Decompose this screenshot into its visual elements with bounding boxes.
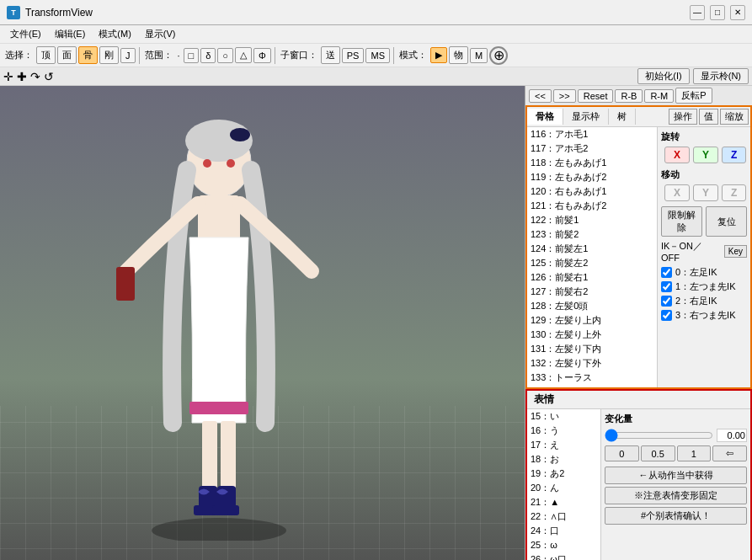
close-button[interactable]: ✕	[730, 5, 745, 20]
ops-tab[interactable]: 操作	[669, 109, 697, 125]
expr-slider[interactable]	[605, 432, 713, 439]
expr-item[interactable]: 26：ω口	[527, 552, 600, 560]
expr-item[interactable]: 17：え	[527, 438, 600, 452]
expr-item[interactable]: 19：あ2	[527, 467, 600, 481]
minimize-button[interactable]: —	[690, 5, 705, 20]
bone-item[interactable]: 117：アホ毛2	[527, 141, 657, 156]
rotate-y-btn[interactable]: Y	[693, 147, 718, 163]
btn-face[interactable]: 面	[57, 46, 77, 64]
expr-slider-value[interactable]	[717, 429, 747, 442]
ik-check-3[interactable]	[661, 310, 672, 321]
bone-tab-tree[interactable]: 树	[609, 109, 636, 125]
expr-item[interactable]: 20：ん	[527, 481, 600, 495]
btn-triangle[interactable]: △	[235, 47, 252, 63]
expr-item[interactable]: 18：お	[527, 452, 600, 467]
menu-file[interactable]: 文件(E)	[3, 26, 48, 42]
move-x-btn[interactable]: X	[664, 184, 690, 201]
val-0-btn[interactable]: 0	[605, 445, 639, 461]
expr-item[interactable]: 22：∧口	[527, 509, 600, 524]
bone-item[interactable]: 127：前髪右2	[527, 285, 657, 299]
get-from-action-btn[interactable]: ←从动作当中获得	[605, 467, 747, 484]
nav-reset[interactable]: Reset	[578, 89, 614, 103]
bone-item[interactable]: 119：左もみあげ2	[527, 170, 657, 184]
limit-off-btn[interactable]: 限制解除	[661, 206, 702, 237]
confirm-expr-btn[interactable]: #个别表情确认！	[605, 507, 747, 525]
bone-item[interactable]: 124：前髪左1	[527, 242, 657, 256]
btn-phi[interactable]: Φ	[253, 48, 271, 63]
bone-item[interactable]: 116：アホ毛1	[527, 127, 657, 141]
init-btn[interactable]: 初始化(I)	[637, 68, 689, 84]
rotate-z-btn[interactable]: Z	[722, 147, 746, 163]
bone-list[interactable]: 116：アホ毛1117：アホ毛2118：左もみあげ1119：左もみあげ2120：…	[527, 127, 658, 387]
crosshair-btn[interactable]: ⊕	[489, 46, 508, 65]
btn-circle[interactable]: ○	[217, 48, 233, 63]
bone-tab-display[interactable]: 显示枠	[563, 109, 609, 125]
menu-display[interactable]: 显示(V)	[138, 26, 183, 42]
maximize-button[interactable]: □	[710, 5, 725, 20]
bone-item[interactable]: 128：左髪0頭	[527, 299, 657, 313]
expr-list[interactable]: 15：い16：う17：え18：お19：あ220：ん21：▲22：∧口24：口25…	[527, 409, 601, 560]
btn-object[interactable]: 物	[449, 46, 468, 64]
btn-ms[interactable]: MS	[365, 48, 390, 63]
move-z-btn[interactable]: Z	[722, 184, 746, 201]
ik-check-1[interactable]	[661, 281, 672, 292]
bone-item[interactable]: 134：裙子_0_1	[527, 385, 657, 387]
btn-send[interactable]: 送	[321, 46, 340, 64]
display-bone-btn[interactable]: 显示柃(N)	[693, 68, 749, 84]
ik-key-btn[interactable]: Key	[724, 245, 747, 258]
bone-item[interactable]: 126：前髪右1	[527, 270, 657, 285]
bone-item[interactable]: 118：左もみあげ1	[527, 156, 657, 170]
bone-item[interactable]: 121：右もみあげ2	[527, 199, 657, 213]
btn-ps[interactable]: PS	[342, 48, 365, 63]
ik-label-2: 2：右足IK	[675, 295, 717, 307]
btn-play[interactable]: ▶	[430, 47, 447, 63]
ik-check-2[interactable]	[661, 296, 672, 307]
bone-item[interactable]: 130：左髪り上外	[527, 328, 657, 342]
reset-btn[interactable]: 复位	[706, 206, 747, 237]
expr-item[interactable]: 21：▲	[527, 495, 600, 509]
btn-j[interactable]: J	[120, 48, 136, 63]
scale-tab[interactable]: 缩放	[720, 109, 749, 125]
nav-flip[interactable]: 反転P	[675, 88, 712, 104]
fix-morph-btn[interactable]: ※注意表情变形固定	[605, 487, 747, 504]
range-dot: ·	[176, 51, 182, 61]
val-tab[interactable]: 值	[699, 109, 718, 125]
move-icon2[interactable]: ✚	[17, 70, 27, 83]
btn-m[interactable]: M	[470, 48, 488, 63]
select-label: 选择：	[3, 49, 35, 61]
bone-item[interactable]: 133：トーラス	[527, 371, 657, 385]
bone-item[interactable]: 125：前髪左2	[527, 256, 657, 270]
ik-check-0[interactable]	[661, 267, 672, 278]
nav-rb[interactable]: R-B	[615, 89, 643, 103]
bone-item[interactable]: 123：前髪2	[527, 227, 657, 242]
expr-item[interactable]: 16：う	[527, 424, 600, 438]
val-05-btn[interactable]: 0.5	[641, 445, 675, 461]
btn-top[interactable]: 顶	[36, 46, 56, 64]
bone-item[interactable]: 122：前髪1	[527, 213, 657, 227]
refresh-icon[interactable]: ↺	[44, 70, 54, 83]
nav-prev[interactable]: >>	[553, 89, 576, 103]
bone-item[interactable]: 120：右もみあげ1	[527, 184, 657, 199]
menu-mode[interactable]: 模式(M)	[92, 26, 138, 42]
bone-tab-skeleton[interactable]: 骨格	[527, 109, 563, 125]
val-1-btn[interactable]: 1	[677, 445, 712, 461]
btn-delta[interactable]: δ	[200, 48, 216, 63]
btn-rect[interactable]: □	[184, 48, 200, 63]
move-y-btn[interactable]: Y	[693, 184, 718, 201]
rotate-x-btn[interactable]: X	[664, 147, 690, 163]
back-arrow-btn[interactable]: ⇦	[712, 445, 747, 461]
bone-item[interactable]: 131：左髪り下内	[527, 342, 657, 356]
btn-bone[interactable]: 骨	[78, 46, 98, 64]
bone-item[interactable]: 129：左髪り上内	[527, 313, 657, 328]
menu-edit[interactable]: 编辑(E)	[48, 26, 93, 42]
nav-rm[interactable]: R-M	[644, 89, 674, 103]
expr-item[interactable]: 15：い	[527, 409, 600, 424]
rotate-icon[interactable]: ↷	[30, 70, 40, 83]
viewport[interactable]	[0, 86, 525, 560]
bone-item[interactable]: 132：左髪り下外	[527, 356, 657, 371]
expr-item[interactable]: 24：口	[527, 524, 600, 538]
move-icon[interactable]: ✛	[3, 70, 13, 83]
nav-prev-prev[interactable]: <<	[529, 89, 552, 103]
btn-rigid[interactable]: 刚	[99, 46, 119, 64]
expr-item[interactable]: 25：ω	[527, 538, 600, 552]
